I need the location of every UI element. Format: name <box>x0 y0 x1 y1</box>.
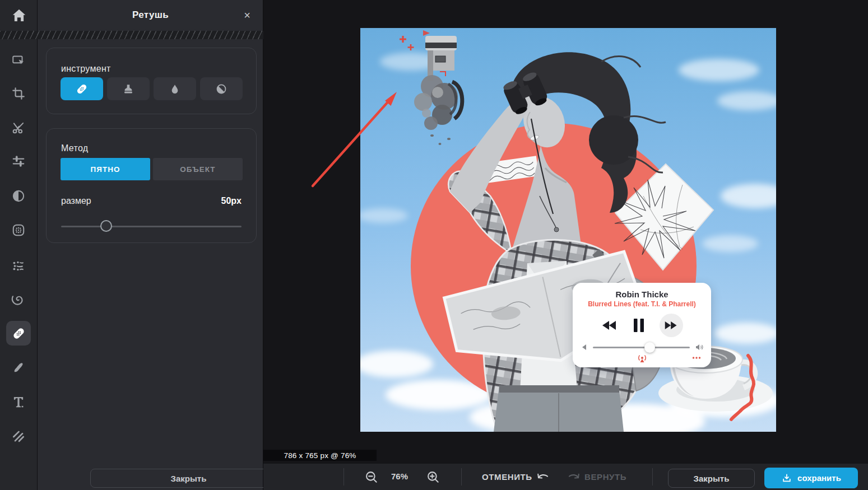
canvas-size-status: 786 x 765 px @ 76% <box>263 450 377 461</box>
tool-rail <box>0 0 38 490</box>
close-editor-button[interactable]: Закрыть <box>668 469 755 488</box>
redo-button[interactable]: ВЕРНУТЬ <box>567 471 626 482</box>
method-tab-spot[interactable]: ПЯТНО <box>61 158 150 180</box>
undo-icon <box>536 471 550 482</box>
volume-max-icon <box>695 343 703 351</box>
crop-icon <box>11 86 26 101</box>
contrast-icon <box>11 189 26 203</box>
volume-min-icon <box>581 344 587 351</box>
forward-button[interactable] <box>660 314 683 337</box>
zoom-level: 76% <box>391 472 408 481</box>
panel-header: Ретушь × <box>38 0 263 31</box>
method-section-label: Метод <box>61 143 88 153</box>
redo-icon <box>567 471 581 482</box>
redo-label: ВЕРНУТЬ <box>584 472 626 482</box>
save-button[interactable]: сохранить <box>764 468 858 488</box>
sidebar-item-adjust[interactable] <box>6 149 31 174</box>
tool-stamp-button[interactable] <box>107 77 150 100</box>
tool-drop-button[interactable] <box>154 77 196 100</box>
drop-icon <box>169 83 181 95</box>
canvas-image[interactable] <box>360 28 776 432</box>
sidebar-item-retouch[interactable] <box>6 321 31 346</box>
home-icon <box>11 7 27 24</box>
sidebar-item-contrast[interactable] <box>6 184 31 208</box>
player-menu-icon[interactable] <box>692 356 701 360</box>
sidebar-item-text[interactable] <box>6 389 31 414</box>
sidebar-item-swirl[interactable] <box>6 287 31 312</box>
player-artist: Robin Thicke <box>573 290 711 299</box>
bottom-toolbar: 76% ОТМЕНИТЬ ВЕРНУТЬ Закрыть сохранить <box>263 464 868 490</box>
airplay-icon[interactable] <box>637 353 647 363</box>
music-player-widget: Robin Thicke Blurred Lines (feat. T.I. &… <box>573 283 711 367</box>
sidebar-item-disperse[interactable] <box>6 254 31 278</box>
stamp-icon <box>122 83 134 95</box>
disperse-icon <box>11 259 26 273</box>
undo-button[interactable]: ОТМЕНИТЬ <box>482 471 550 482</box>
photo-editor-app: Robin Thicke Blurred Lines (feat. T.I. &… <box>0 0 868 490</box>
size-label: размер <box>61 196 91 206</box>
method-card: Метод ПЯТНО ОБЪЕКТ размер 50px <box>46 128 257 243</box>
close-icon: × <box>244 9 250 21</box>
adjust-icon <box>11 154 26 169</box>
zoom-in-icon <box>426 470 440 484</box>
sidebar-item-select[interactable] <box>6 48 31 73</box>
tool-dodge-button[interactable] <box>200 77 243 100</box>
tool-card: инструмент <box>46 48 257 114</box>
size-value: 50px <box>221 196 242 206</box>
slider-track[interactable] <box>61 226 242 227</box>
volume-thumb[interactable] <box>644 342 655 353</box>
dodge-icon <box>215 83 228 95</box>
slider-thumb[interactable] <box>100 220 112 232</box>
panel-close-button[interactable]: × <box>240 8 254 22</box>
volume-slider[interactable] <box>581 342 703 352</box>
cut-icon <box>11 120 26 135</box>
pattern-icon <box>11 429 26 444</box>
retouch-icon <box>11 326 26 341</box>
bandaid-icon <box>75 82 89 96</box>
swirl-icon <box>11 292 26 307</box>
zoom-in-button[interactable] <box>426 470 440 484</box>
zoom-out-icon <box>364 470 379 484</box>
text-icon <box>11 394 26 409</box>
size-slider[interactable] <box>61 220 242 232</box>
brush-icon <box>11 360 26 374</box>
home-button[interactable] <box>0 0 38 31</box>
sidebar-item-noise[interactable] <box>6 218 31 242</box>
method-tab-object[interactable]: ОБЪЕКТ <box>153 158 243 180</box>
zoom-out-button[interactable] <box>364 470 379 484</box>
undo-label: ОТМЕНИТЬ <box>482 472 532 482</box>
tool-bandaid-button[interactable] <box>61 77 103 100</box>
save-label: сохранить <box>797 473 841 483</box>
panel-hatch-divider <box>0 31 263 39</box>
sidebar-item-cut[interactable] <box>6 115 31 140</box>
noise-icon <box>11 223 26 237</box>
download-icon <box>781 473 792 484</box>
retouch-panel: Ретушь × инструмент <box>38 0 263 490</box>
player-track: Blurred Lines (feat. T.I. & Pharrell) <box>573 300 711 308</box>
sidebar-item-crop[interactable] <box>6 81 31 106</box>
tool-section-label: инструмент <box>61 64 111 74</box>
sidebar-item-brush[interactable] <box>6 354 31 379</box>
rewind-button[interactable] <box>601 320 618 331</box>
panel-close-action-button[interactable]: Закрыть <box>90 469 287 488</box>
sidebar-item-pattern[interactable] <box>6 424 31 449</box>
panel-title: Ретушь <box>38 10 263 21</box>
select-icon <box>11 53 26 68</box>
pause-button[interactable] <box>633 318 645 333</box>
